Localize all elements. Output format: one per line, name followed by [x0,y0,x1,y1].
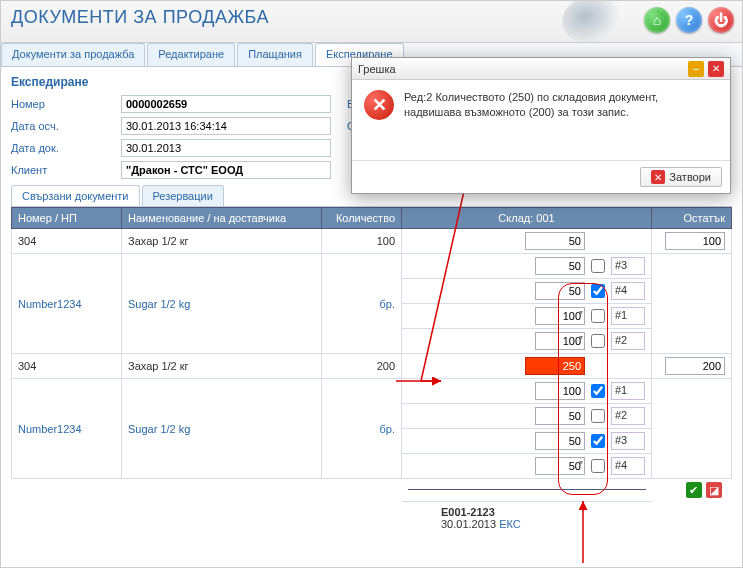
col-name[interactable]: Наименование / на доставчика [122,208,322,229]
cell-name-link[interactable]: Sugar 1/2 kg [122,379,322,479]
rest-input[interactable] [665,232,725,250]
dialog-title: Грешка [358,63,396,75]
wh-qty-input[interactable] [525,232,585,250]
dialog-message: Ред:2 Количеството (250) по складовия до… [404,90,718,144]
client-field[interactable] [121,161,331,179]
cell-unit: бр. [322,254,402,354]
subtab-linked-docs[interactable]: Свързани документи [11,185,140,206]
cell-unit: бр. [322,379,402,479]
help-button[interactable]: ? [676,7,702,33]
table-row-actions: ✔ ◪ [12,479,732,502]
tab-sales-docs[interactable]: Документи за продажба [1,43,145,66]
cell-warehouse-detail: #3 [402,429,652,454]
header-toolbar: ⌂ ? ⏻ [644,7,734,33]
col-remainder[interactable]: Остатък [652,208,732,229]
subtab-reservations[interactable]: Резервации [142,185,224,206]
table-row: Number1234 Sugar 1/2 kg бр. #1 [12,379,732,404]
wh-detail-tag: #2 [611,332,645,350]
footer-code: E001-2123 [441,506,495,518]
table-row: Number1234 Sugar 1/2 kg бр. #3 [12,254,732,279]
doc-date-field[interactable] [121,139,331,157]
wh-detail-tag: #1 [611,382,645,400]
table-row: 304 Захар 1/2 кг 200 [12,354,732,379]
wh-detail-tag: #4 [611,282,645,300]
footer-date: 30.01.2013 [441,518,496,530]
dialog-close-button[interactable]: ✕ Затвори [640,167,722,187]
tab-payments[interactable]: Плащания [237,43,313,66]
cell-warehouse-detail: #2 [402,404,652,429]
label-client: Клиент [11,164,121,176]
dialog-titlebar[interactable]: Грешка – ✕ [352,58,730,80]
cell-warehouse-detail: #1 [402,304,652,329]
cell-rest [652,229,732,254]
cell-warehouse [402,229,652,254]
cell-np-link[interactable]: Number1234 [12,254,122,354]
footer-eks: ЕКС [499,518,521,530]
rest-input[interactable] [665,357,725,375]
home-button[interactable]: ⌂ [644,7,670,33]
error-dialog: Грешка – ✕ ✕ Ред:2 Количеството (250) по… [351,57,731,194]
label-doc-date: Дата док. [11,142,121,154]
col-number[interactable]: Номер / НП [12,208,122,229]
power-button[interactable]: ⏻ [708,7,734,33]
annotation-ring [558,283,608,495]
cell-qty: 200 [322,354,402,379]
cell-warehouse-detail: #2 [402,329,652,354]
table-row: 304 Захар 1/2 кг 100 [12,229,732,254]
col-qty[interactable]: Количество [322,208,402,229]
dialog-close-label: Затвори [669,171,711,183]
wh-detail-input[interactable] [535,257,585,275]
cell-warehouse-detail: #1 [402,379,652,404]
wh-detail-tag: #3 [611,257,645,275]
flag-icon[interactable]: ◪ [706,482,722,498]
cell-num: 304 [12,229,122,254]
cell-rest-empty [652,379,732,479]
cell-num: 304 [12,354,122,379]
number-field[interactable] [121,95,331,113]
confirm-icon[interactable]: ✔ [686,482,702,498]
label-number: Номер [11,98,121,110]
cell-name: Захар 1/2 кг [122,229,322,254]
wh-detail-tag: #3 [611,432,645,450]
cell-rest [652,354,732,379]
acc-date-field[interactable] [121,117,331,135]
wh-detail-tag: #2 [611,407,645,425]
header-decor [557,0,627,50]
items-grid: Номер / НП Наименование / на доставчика … [11,207,732,502]
wh-detail-check[interactable] [591,259,605,273]
col-warehouse[interactable]: Склад: 001 [402,208,652,229]
cell-name-link[interactable]: Sugar 1/2 kg [122,254,322,354]
page-title: ДОКУМЕНТИ ЗА ПРОДАЖБА [11,7,732,28]
cell-warehouse-detail: #4 [402,454,652,479]
cell-np-link[interactable]: Number1234 [12,379,122,479]
app-header: ДОКУМЕНТИ ЗА ПРОДАЖБА ⌂ ? ⏻ [1,1,742,43]
dialog-close-x-button[interactable]: ✕ [708,61,724,77]
error-icon: ✕ [364,90,394,120]
close-icon: ✕ [651,170,665,184]
tab-edit[interactable]: Редактиране [147,43,235,66]
cell-warehouse [402,354,652,379]
cell-qty: 100 [322,229,402,254]
dialog-minimize-button[interactable]: – [688,61,704,77]
cell-rest-empty [652,254,732,354]
label-acc-date: Дата осч. [11,120,121,132]
cell-warehouse-detail: #4 [402,279,652,304]
footer-info: E001-2123 30.01.2013 ЕКС [441,502,742,530]
wh-detail-tag: #1 [611,307,645,325]
wh-detail-tag: #4 [611,457,645,475]
cell-name: Захар 1/2 кг [122,354,322,379]
cell-warehouse-detail: #3 [402,254,652,279]
